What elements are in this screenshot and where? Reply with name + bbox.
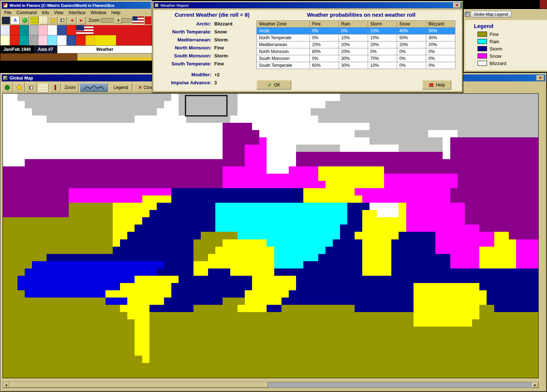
weather-titlebar[interactable]: Weather Report ✕ xyxy=(153,2,462,8)
probability-cell: 0% xyxy=(310,28,339,35)
palette-chip[interactable] xyxy=(19,35,29,45)
palette-chip[interactable] xyxy=(0,25,10,35)
probability-cell: 0% xyxy=(426,62,455,69)
help-button[interactable]: Help xyxy=(422,80,451,90)
current-weather-heading: Current Weather (die roll = 8) xyxy=(157,12,267,18)
palette-chip[interactable] xyxy=(19,25,29,35)
zone-value: +2 xyxy=(214,72,220,77)
table-row[interactable]: North Monsoon80%20%0%0%0% xyxy=(257,48,455,55)
minimap-button[interactable] xyxy=(80,83,108,92)
zone-cell: South Temperate xyxy=(257,62,310,69)
next-button[interactable]: ► xyxy=(77,16,86,24)
menu-command[interactable]: Command xyxy=(14,10,39,15)
weather-window-title: Weather Report xyxy=(160,3,188,8)
probability-cell: 0% xyxy=(368,48,397,55)
probability-cell: 20% xyxy=(426,41,455,48)
table-row[interactable]: Arctic0%0%10%40%50% xyxy=(257,28,455,35)
zone-cell: North Temperate xyxy=(257,35,310,41)
probability-cell: 20% xyxy=(397,41,426,48)
map-legend-button[interactable]: Legend xyxy=(109,83,132,92)
ok-button[interactable]: ✓ OK xyxy=(256,80,291,90)
legend-label: Snow xyxy=(490,53,502,59)
current-weather-stats: Modifier:+2Impulse Advance:3 xyxy=(154,70,220,86)
palette-chip[interactable] xyxy=(48,25,57,35)
hex-grid-button[interactable] xyxy=(30,16,39,24)
zone-label: Arctic: xyxy=(154,21,211,27)
menu-help[interactable]: Help xyxy=(109,10,123,15)
menu-interface[interactable]: Interface xyxy=(66,10,88,15)
zone-label: Modifier: xyxy=(154,72,211,77)
zoom-slider[interactable]: 4 xyxy=(101,18,132,23)
grid-button-map[interactable] xyxy=(38,83,49,92)
turn-date-box: Jan/Feb 1940 xyxy=(0,45,34,53)
globe-button[interactable] xyxy=(20,16,29,24)
scrollbar-thumb[interactable] xyxy=(9,382,268,388)
flag-icon xyxy=(61,19,64,22)
legend-titlebar[interactable]: Globe Map Legend xyxy=(465,10,547,18)
prev-button[interactable]: ◄ xyxy=(68,16,76,24)
horizontal-scrollbar[interactable]: ◄ ► xyxy=(3,382,539,388)
help-book-icon xyxy=(429,83,434,87)
palette-chip[interactable] xyxy=(29,35,38,45)
hex-grid-2-button[interactable] xyxy=(39,16,48,24)
palette-chip[interactable] xyxy=(38,25,48,35)
lamp-button[interactable] xyxy=(49,16,57,24)
legend-label: Fine xyxy=(490,32,499,37)
table-row[interactable]: Mediterranean20%20%20%20%20% xyxy=(257,41,455,48)
weather-window-icon xyxy=(155,3,159,7)
flag-button[interactable] xyxy=(58,16,67,24)
world-map-canvas[interactable] xyxy=(3,93,539,378)
zone-value: Snow xyxy=(214,29,227,35)
zone-label: North Temperate: xyxy=(154,29,211,35)
palette-chip[interactable] xyxy=(57,35,67,45)
table-row[interactable]: South Monsoon0%30%70%0%0% xyxy=(257,55,455,62)
palette-chip[interactable] xyxy=(10,25,19,35)
probability-cell: 50% xyxy=(397,35,426,41)
marker-button-map[interactable] xyxy=(50,83,61,92)
counter-icon-button[interactable] xyxy=(1,16,10,24)
menu-file[interactable]: File xyxy=(2,10,14,15)
palette-chip[interactable] xyxy=(0,35,10,45)
menu-window[interactable]: Window xyxy=(88,10,109,15)
zone-cell: North Monsoon xyxy=(257,48,310,55)
menu-info[interactable]: Info xyxy=(39,10,52,15)
weather-probability-table[interactable]: Weather ZoneFineRainStormSnowBlizzard Ar… xyxy=(256,20,455,69)
palette-chip[interactable] xyxy=(10,35,19,45)
scroll-left-icon[interactable]: ◄ xyxy=(3,382,9,388)
palette-chip[interactable] xyxy=(48,35,57,45)
palette-chip[interactable] xyxy=(67,25,76,35)
probability-cell: 30% xyxy=(426,35,455,41)
weather-close-icon[interactable]: ✕ xyxy=(453,3,461,8)
scroll-right-icon[interactable]: ► xyxy=(532,382,538,388)
probability-cell: 50% xyxy=(426,28,455,35)
hex-mode-button[interactable] xyxy=(2,83,13,92)
main-window: World in Flames [C:\Matrix Games\World i… xyxy=(0,0,153,60)
red-block xyxy=(116,35,152,45)
main-titlebar[interactable]: World in Flames [C:\Matrix Games\World i… xyxy=(2,2,151,9)
legend-window: Globe Map Legend Legend FineRainStormSno… xyxy=(463,9,547,73)
zoom-slider-thumb[interactable]: 4 xyxy=(115,17,122,24)
map-close-icon[interactable]: ✕ xyxy=(536,75,544,81)
palette-chip[interactable] xyxy=(57,25,67,35)
lamp-button-map[interactable] xyxy=(14,83,25,92)
palette-chip[interactable] xyxy=(76,35,85,45)
palette-chip[interactable] xyxy=(67,35,76,45)
table-row[interactable]: South Temperate60%30%10%0%0% xyxy=(257,62,455,69)
probability-cell: 0% xyxy=(310,55,339,62)
map-zoom-button[interactable]: Zoom xyxy=(62,83,79,92)
text-a-button[interactable]: A xyxy=(11,16,20,24)
palette-chip[interactable] xyxy=(85,35,95,45)
legend-label: Storm xyxy=(490,46,502,52)
table-row[interactable]: North Temperate0%10%10%50%30% xyxy=(257,35,455,41)
probability-cell: 70% xyxy=(368,55,397,62)
palette-chip[interactable] xyxy=(29,25,38,35)
weather-zone-row: Impulse Advance:3 xyxy=(154,78,220,86)
scrollbar-track[interactable] xyxy=(268,382,532,388)
menu-view[interactable]: View xyxy=(52,10,66,15)
palette-chip[interactable] xyxy=(38,35,48,45)
zone-label: Impulse Advance: xyxy=(154,80,211,85)
zone-label: Mediterranean: xyxy=(154,37,211,43)
flag-button-map[interactable] xyxy=(26,83,37,92)
column-header: Fine xyxy=(310,21,339,28)
zone-value: Blizzard xyxy=(214,21,232,27)
